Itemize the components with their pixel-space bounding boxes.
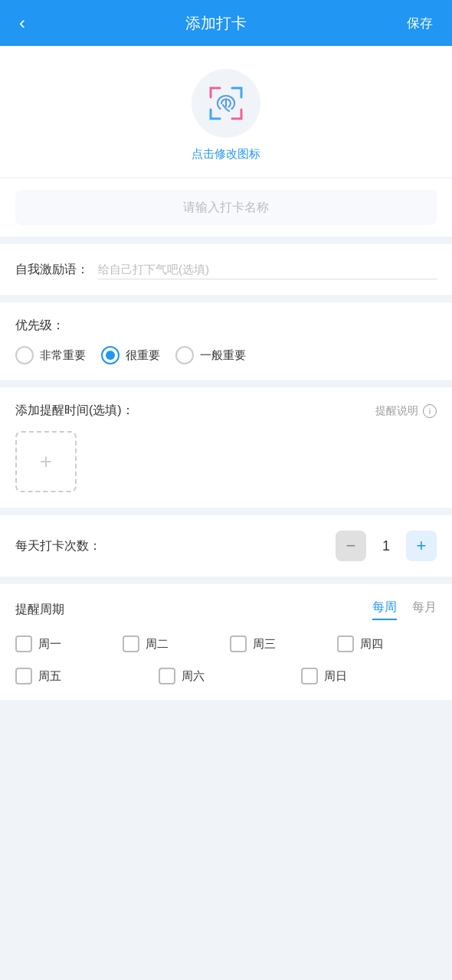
priority-option-medium[interactable]: 很重要: [101, 346, 160, 364]
minus-icon: −: [346, 536, 356, 556]
info-icon: i: [423, 404, 437, 418]
plus-icon: +: [417, 536, 427, 556]
checkbox-sat: [159, 668, 175, 684]
daily-count-section: 每天打卡次数： − 1 +: [0, 515, 452, 577]
motivation-input[interactable]: [98, 260, 437, 279]
priority-title: 优先级：: [15, 318, 437, 334]
back-button[interactable]: ‹: [15, 8, 29, 38]
add-time-button[interactable]: +: [15, 431, 77, 492]
count-value: 1: [378, 538, 394, 554]
priority-option-high[interactable]: 非常重要: [15, 346, 86, 364]
checkbox-mon: [15, 635, 32, 652]
weekday-tue[interactable]: 周二: [123, 635, 222, 652]
period-tabs: 每周 每月: [372, 599, 437, 620]
weekday-fri[interactable]: 周五: [15, 668, 151, 684]
checkbox-fri: [15, 668, 32, 684]
radio-circle-medium: [101, 346, 120, 364]
change-icon-button[interactable]: 点击修改图标: [192, 147, 260, 162]
priority-option-low[interactable]: 一般重要: [175, 346, 246, 364]
icon-circle[interactable]: [192, 69, 260, 138]
reminder-section: 添加提醒时间(选填)： 提醒说明 i +: [0, 387, 452, 508]
checkbox-tue: [123, 635, 139, 652]
radio-circle-low: [175, 346, 194, 364]
page-title: 添加打卡: [185, 13, 247, 34]
period-header: 提醒周期 每周 每月: [15, 599, 437, 620]
reminder-desc-button[interactable]: 提醒说明 i: [375, 404, 437, 418]
priority-label-low: 一般重要: [200, 348, 246, 363]
count-controls: − 1 +: [336, 531, 437, 561]
add-time-plus: +: [40, 449, 52, 474]
tab-weekly[interactable]: 每周: [372, 599, 397, 620]
weekdays-grid-top: 周一 周二 周三 周四: [15, 635, 437, 652]
period-title: 提醒周期: [15, 602, 64, 618]
priority-section: 优先级： 非常重要 很重要 一般重要: [0, 302, 452, 380]
weekday-label-wed: 周三: [253, 637, 276, 652]
bottom-spacer: [0, 700, 452, 730]
priority-label-medium: 很重要: [126, 348, 160, 363]
reminder-desc-label: 提醒说明: [375, 404, 418, 418]
weekday-sun[interactable]: 周日: [301, 668, 437, 684]
save-button[interactable]: 保存: [403, 11, 437, 36]
name-input-section: [0, 178, 452, 237]
count-increase-button[interactable]: +: [406, 531, 437, 561]
daily-count-label: 每天打卡次数：: [15, 538, 320, 554]
icon-section: 点击修改图标: [0, 46, 452, 177]
weekday-label-thu: 周四: [360, 637, 383, 652]
weekdays-grid-bottom: 周五 周六 周日: [15, 668, 437, 684]
checkbox-sun: [301, 668, 318, 684]
priority-options: 非常重要 很重要 一般重要: [15, 346, 437, 364]
tab-monthly[interactable]: 每月: [412, 599, 437, 620]
name-input[interactable]: [15, 190, 437, 225]
motivation-label: 自我激励语：: [15, 262, 89, 278]
checkbox-thu: [337, 635, 354, 652]
weekday-wed[interactable]: 周三: [230, 635, 329, 652]
motivation-section: 自我激励语：: [0, 244, 452, 295]
priority-label-high: 非常重要: [40, 348, 86, 363]
weekday-label-mon: 周一: [38, 637, 61, 652]
reminder-title: 添加提醒时间(选填)：: [15, 403, 134, 419]
period-section: 提醒周期 每周 每月 周一 周二 周三 周四 周五: [0, 584, 452, 700]
weekday-thu[interactable]: 周四: [337, 635, 437, 652]
header: ‹ 添加打卡 保存: [0, 0, 452, 46]
radio-circle-high: [15, 346, 34, 364]
weekday-label-sat: 周六: [182, 669, 205, 684]
reminder-header: 添加提醒时间(选填)： 提醒说明 i: [15, 403, 437, 419]
count-decrease-button[interactable]: −: [336, 531, 366, 561]
checkbox-wed: [230, 635, 247, 652]
weekday-mon[interactable]: 周一: [15, 635, 115, 652]
weekday-label-fri: 周五: [38, 669, 61, 684]
fingerprint-icon: [205, 82, 247, 125]
weekday-sat[interactable]: 周六: [159, 668, 294, 684]
radio-inner-medium: [106, 351, 115, 360]
weekday-label-tue: 周二: [146, 637, 169, 652]
weekday-label-sun: 周日: [324, 669, 347, 684]
